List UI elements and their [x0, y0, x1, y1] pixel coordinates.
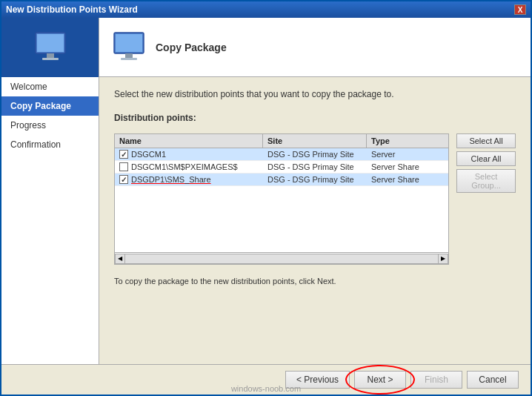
wizard-body: Welcome Copy Package Progress Confirmati… — [1, 18, 531, 364]
wizard-window: New Distribution Points Wizard X Welcome… — [0, 0, 532, 396]
clear-all-button[interactable]: Clear All — [456, 151, 516, 166]
sidebar-item-confirmation[interactable]: Confirmation — [1, 135, 99, 154]
horizontal-scrollbar: ◀ ▶ — [115, 252, 448, 264]
sidebar-item-welcome[interactable]: Welcome — [1, 77, 99, 96]
row2-name: DSGCM1\SM$PXEIMAGES$ — [115, 161, 263, 173]
svg-rect-2 — [47, 53, 54, 58]
svg-rect-7 — [121, 58, 137, 60]
close-button[interactable]: X — [514, 4, 526, 15]
header-title: Copy Package — [156, 42, 227, 53]
sidebar-item-progress[interactable]: Progress — [1, 116, 99, 135]
finish-button[interactable]: Finish — [410, 371, 462, 389]
sidebar-header — [1, 18, 99, 77]
computer-icon — [32, 29, 69, 66]
wizard-footer: < Previous Next > Finish Cancel windows-… — [1, 364, 531, 395]
footer-instruction: To copy the package to the new distribut… — [114, 277, 516, 286]
row1-name: ✓ DSGCM1 — [115, 148, 263, 160]
col-type: Type — [367, 134, 448, 148]
svg-rect-1 — [37, 34, 64, 52]
scroll-track[interactable] — [125, 254, 438, 264]
table-actions-row: Name Site Type ✓ DSGCM1 DSG - — [114, 133, 516, 265]
next-button[interactable]: Next > — [354, 371, 406, 389]
row3-site: DSG - DSG Primay Site — [263, 174, 367, 185]
row2-site: DSG - DSG Primay Site — [263, 161, 367, 173]
row3-name: ✓ DSGDP1\SMS_Share — [115, 174, 263, 185]
next-button-wrapper: Next > — [354, 371, 406, 389]
window-title: New Distribution Points Wizard — [6, 4, 138, 15]
header-icon — [111, 30, 147, 65]
distribution-table: Name Site Type ✓ DSGCM1 DSG - — [114, 133, 449, 265]
action-buttons: Select All Clear All Select Group... — [456, 133, 516, 193]
table-header: Name Site Type — [115, 134, 448, 148]
scroll-left-btn[interactable]: ◀ — [115, 254, 125, 264]
table-row[interactable]: DSGCM1\SM$PXEIMAGES$ DSG - DSG Primay Si… — [115, 161, 448, 174]
row1-site: DSG - DSG Primay Site — [263, 148, 367, 160]
table-row[interactable]: ✓ DSGDP1\SMS_Share DSG - DSG Primay Site… — [115, 174, 448, 186]
distribution-label: Distribution points: — [114, 113, 516, 123]
sidebar-item-copy-package[interactable]: Copy Package — [1, 96, 99, 116]
instruction-text: Select the new distribution points that … — [114, 89, 516, 99]
title-bar: New Distribution Points Wizard X — [1, 1, 531, 18]
table-row[interactable]: ✓ DSGCM1 DSG - DSG Primay Site Server — [115, 148, 448, 161]
select-group-button[interactable]: Select Group... — [456, 169, 516, 193]
col-site: Site — [263, 134, 367, 148]
svg-rect-6 — [125, 53, 133, 58]
table-body: ✓ DSGCM1 DSG - DSG Primay Site Server — [115, 148, 448, 252]
col-name: Name — [115, 134, 263, 148]
previous-button[interactable]: < Previous — [285, 371, 350, 389]
header-area: Copy Package — [99, 18, 531, 77]
scroll-right-btn[interactable]: ▶ — [438, 254, 448, 264]
select-all-button[interactable]: Select All — [456, 133, 516, 148]
row3-type: Server Share — [367, 174, 448, 185]
svg-rect-5 — [116, 34, 142, 52]
svg-rect-3 — [42, 58, 59, 60]
sidebar: Welcome Copy Package Progress Confirmati… — [1, 18, 99, 364]
row3-checkbox[interactable]: ✓ — [119, 175, 128, 184]
cancel-button[interactable]: Cancel — [467, 371, 519, 389]
row2-type: Server Share — [367, 161, 448, 173]
row1-type: Server — [367, 148, 448, 160]
row2-checkbox[interactable] — [119, 162, 128, 171]
main-content: Copy Package Select the new distribution… — [99, 18, 531, 364]
row1-checkbox[interactable]: ✓ — [119, 150, 128, 159]
content-area: Select the new distribution points that … — [99, 77, 531, 364]
